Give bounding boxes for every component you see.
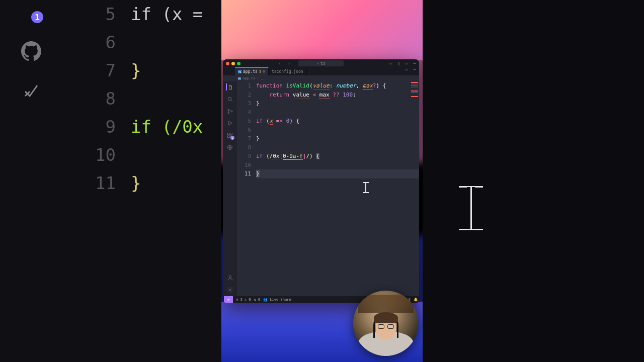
account-icon[interactable] — [226, 274, 233, 281]
command-center-search[interactable]: ⌕ ts — [298, 60, 344, 66]
svg-point-0 — [228, 97, 231, 101]
ts-file-icon: TS — [238, 70, 242, 73]
tab-problems-badge: 3 — [259, 70, 261, 74]
svg-point-3 — [231, 111, 232, 112]
svg-rect-5 — [230, 133, 232, 135]
line-number-gutter: 1 2 3 4 5 6 7 8 9 10 11 — [237, 81, 256, 296]
code-content[interactable]: function isValid(value: number, max?) { … — [256, 81, 419, 296]
gear-icon[interactable] — [226, 286, 233, 293]
breadcrumb-rest: ... — [261, 76, 267, 80]
bell-icon[interactable]: 🔔 — [414, 298, 418, 302]
status-errors[interactable]: ⊘ 3 ⚠ 0 — [236, 298, 251, 302]
breadcrumb-file: app.ts — [243, 76, 255, 80]
bg-activity-badge: 1 — [31, 11, 43, 23]
github-icon — [19, 39, 43, 63]
maximize-window-button[interactable] — [237, 62, 240, 65]
tab-label: app.ts — [243, 69, 258, 74]
wallpaper-top — [221, 0, 423, 60]
search-placeholder: ts — [320, 61, 326, 66]
close-tab-icon[interactable]: × — [263, 69, 265, 74]
code-editor[interactable]: 1 2 3 4 5 6 7 8 9 10 11 function isValid… — [237, 81, 419, 296]
svg-point-1 — [227, 109, 229, 110]
run-debug-icon[interactable] — [226, 120, 233, 127]
remote-explorer-icon[interactable] — [226, 144, 233, 151]
extensions-icon[interactable]: 1 — [226, 132, 233, 139]
breadcrumb[interactable]: TS app.ts › ... — [223, 75, 419, 81]
extensions-badge: 1 — [230, 136, 234, 140]
background-blur-right — [423, 0, 644, 362]
editor-body: 1 1 2 3 — [223, 81, 419, 296]
svg-point-10 — [229, 289, 230, 290]
tab-app-ts[interactable]: TS app.ts 3 × — [235, 67, 269, 75]
search-icon: ⌕ — [316, 61, 319, 66]
titlebar: ‹ › ⌕ ts ▭ ▯ ▭ ⋯ — [223, 59, 419, 67]
remote-button[interactable]: ⇄ — [224, 296, 233, 303]
svg-point-9 — [229, 276, 231, 278]
activity-bar: 1 — [223, 81, 237, 296]
svg-point-2 — [227, 112, 229, 114]
layout-controls[interactable]: ▭ ▯ ▭ ⋯ — [389, 61, 417, 66]
status-liveshare[interactable]: 👥 Live Share — [263, 298, 291, 302]
close-window-button[interactable] — [226, 62, 229, 65]
tab-label: tsconfig.json — [272, 69, 303, 74]
svg-rect-6 — [228, 136, 230, 138]
explorer-icon[interactable] — [226, 83, 233, 90]
chevron-right-icon: › — [257, 76, 259, 80]
vscode-window: ‹ › ⌕ ts ▭ ▯ ▭ ⋯ TS app.ts 3 × tsconfig.… — [223, 59, 419, 303]
status-ports[interactable]: ⇅ 0 — [254, 298, 261, 302]
tab-tsconfig[interactable]: tsconfig.json — [269, 67, 307, 75]
svg-rect-4 — [228, 133, 230, 135]
tab-bar: TS app.ts 3 × tsconfig.json ▭ ⋯ — [223, 67, 419, 75]
minimap[interactable] — [410, 81, 419, 122]
minimize-window-button[interactable] — [231, 62, 235, 65]
nav-arrows[interactable]: ‹ › — [278, 61, 292, 66]
center-column: ‹ › ⌕ ts ▭ ▯ ▭ ⋯ TS app.ts 3 × tsconfig.… — [221, 0, 423, 362]
ts-file-icon: TS — [238, 77, 241, 80]
source-control-icon[interactable] — [226, 108, 233, 115]
editor-actions[interactable]: ▭ ⋯ — [406, 67, 417, 72]
webcam-overlay — [353, 291, 419, 356]
bg-code: if (x = } if (/0x } — [131, 0, 221, 362]
share-icon — [19, 79, 43, 104]
search-icon[interactable] — [226, 96, 233, 103]
